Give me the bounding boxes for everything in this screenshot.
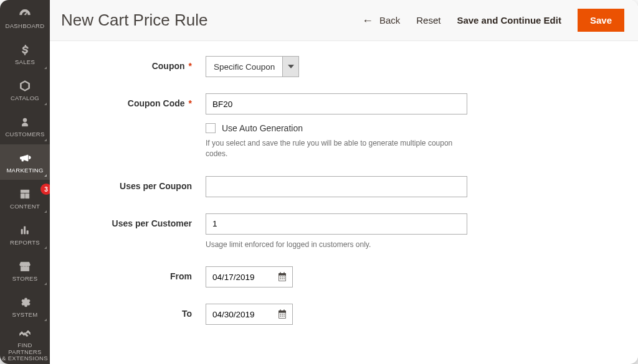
nav-catalog[interactable]: CATALOG xyxy=(0,72,50,108)
nav-label: CONTENT xyxy=(10,203,40,210)
megaphone-icon xyxy=(18,151,32,165)
nav-stores[interactable]: STORES xyxy=(0,252,50,288)
label-text: Coupon xyxy=(152,61,185,71)
nav-customers[interactable]: CUSTOMERS xyxy=(0,108,50,144)
save-button[interactable]: Save xyxy=(578,9,624,32)
submenu-caret-icon xyxy=(44,319,47,321)
uses-per-customer-label: Uses per Customer xyxy=(50,213,206,228)
coupon-code-label: Coupon Code* xyxy=(50,93,206,108)
admin-sidebar: DASHBOARD SALES CATALOG CUSTOMERS MARKET… xyxy=(0,0,50,364)
to-label: To xyxy=(50,304,206,319)
uses-per-coupon-label: Uses per Coupon xyxy=(50,176,206,191)
uses-per-customer-input[interactable] xyxy=(206,213,467,235)
uses-per-coupon-input[interactable] xyxy=(206,176,467,197)
nav-label: SYSTEM xyxy=(12,312,38,319)
bar-chart-icon xyxy=(18,223,32,237)
submenu-caret-icon xyxy=(44,210,47,213)
page-title: New Cart Price Rule xyxy=(61,11,208,30)
notification-badge: 3 xyxy=(40,184,50,195)
coupon-select-value: Specific Coupon xyxy=(206,57,282,77)
nav-marketing[interactable]: MARKETING xyxy=(0,144,50,180)
gauge-icon xyxy=(18,7,32,21)
nav-system[interactable]: SYSTEM xyxy=(0,288,50,324)
reset-button[interactable]: Reset xyxy=(416,15,440,26)
nav-label: CUSTOMERS xyxy=(5,131,44,138)
nav-label: STORES xyxy=(12,276,38,282)
nav-label: DASHBOARD xyxy=(6,23,45,30)
nav-content[interactable]: CONTENT 3 xyxy=(0,180,50,216)
auto-generation-label: Use Auto Generation xyxy=(222,123,303,133)
from-label: From xyxy=(50,266,206,281)
calendar-icon[interactable] xyxy=(275,307,289,321)
top-bar: New Cart Price Rule ← Back Reset Save an… xyxy=(50,0,638,41)
submenu-caret-icon xyxy=(44,139,47,141)
auto-generation-hint: If you select and save the rule you will… xyxy=(206,138,467,160)
submenu-caret-icon xyxy=(44,103,47,105)
store-icon xyxy=(18,259,32,273)
person-icon xyxy=(18,115,32,129)
nav-dashboard[interactable]: DASHBOARD xyxy=(0,0,50,36)
back-label: Back xyxy=(379,15,400,26)
nav-label: REPORTS xyxy=(10,240,40,246)
box-icon xyxy=(18,79,32,93)
uses-per-customer-hint: Usage limit enforced for logged in custo… xyxy=(206,240,467,250)
gear-icon xyxy=(18,296,32,309)
auto-generation-checkbox[interactable] xyxy=(206,123,216,133)
submenu-caret-icon xyxy=(44,67,47,69)
arrow-left-icon: ← xyxy=(362,15,373,26)
save-continue-button[interactable]: Save and Continue Edit xyxy=(457,15,561,26)
dollar-icon xyxy=(18,43,32,57)
coupon-select[interactable]: Specific Coupon xyxy=(206,56,299,77)
handshake-icon xyxy=(18,327,32,340)
nav-reports[interactable]: REPORTS xyxy=(0,216,50,252)
submenu-caret-icon xyxy=(44,246,47,249)
form-area: Coupon* Specific Coupon Coupon Code* xyxy=(50,41,638,364)
submenu-caret-icon xyxy=(44,174,47,177)
layout-icon xyxy=(18,187,32,201)
nav-label: FIND PARTNERS & EXTENSIONS xyxy=(1,342,49,363)
nav-find-partners[interactable]: FIND PARTNERS & EXTENSIONS xyxy=(0,324,50,364)
calendar-icon[interactable] xyxy=(275,270,289,284)
nav-sales[interactable]: SALES xyxy=(0,36,50,72)
top-actions: ← Back Reset Save and Continue Edit Save xyxy=(362,9,624,32)
main-panel: New Cart Price Rule ← Back Reset Save an… xyxy=(50,0,638,364)
required-star-icon: * xyxy=(189,98,192,108)
nav-label: CATALOG xyxy=(11,95,39,102)
required-star-icon: * xyxy=(189,61,192,71)
label-text: Coupon Code xyxy=(128,98,185,108)
nav-label: SALES xyxy=(15,59,35,66)
coupon-code-input[interactable] xyxy=(206,93,467,114)
back-button[interactable]: ← Back xyxy=(362,15,400,26)
coupon-label: Coupon* xyxy=(50,56,206,71)
submenu-caret-icon xyxy=(44,282,47,285)
nav-label: MARKETING xyxy=(6,167,43,174)
chevron-down-icon xyxy=(282,57,298,77)
